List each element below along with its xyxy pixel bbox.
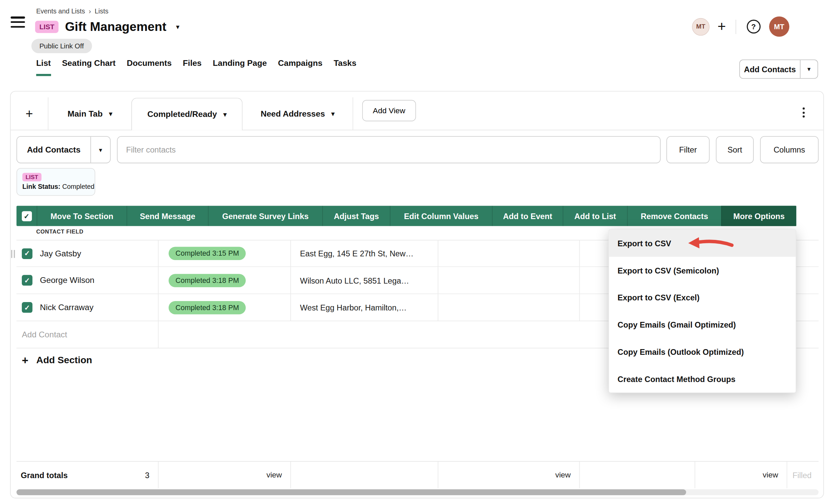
drag-handle-icon[interactable] bbox=[11, 250, 15, 258]
empty-cell[interactable] bbox=[438, 267, 579, 294]
title-chevron-down-icon[interactable]: ▾ bbox=[176, 23, 179, 31]
edit-column-values-button[interactable]: Edit Column Values bbox=[390, 206, 492, 226]
generate-survey-links-button[interactable]: Generate Survey Links bbox=[208, 206, 322, 226]
team-avatar[interactable]: MT bbox=[692, 18, 709, 35]
row-checkbox[interactable]: ✓ bbox=[22, 302, 32, 313]
nav-tab-files[interactable]: Files bbox=[183, 59, 202, 76]
nav-tab-list[interactable]: List bbox=[36, 59, 51, 76]
status-pill: Completed 3:18 PM bbox=[169, 301, 246, 314]
new-view-plus-button[interactable]: + bbox=[11, 97, 48, 130]
menu-item-export-csv[interactable]: Export to CSV bbox=[609, 230, 796, 257]
address-text: East Egg, 145 E 27th St, New… bbox=[300, 249, 414, 258]
select-all-checkbox[interactable]: ✓ bbox=[17, 206, 37, 226]
checkmark-icon: ✓ bbox=[24, 276, 30, 284]
add-to-list-button[interactable]: Add to List bbox=[563, 206, 627, 226]
add-contacts-button[interactable]: Add Contacts bbox=[17, 137, 90, 163]
contact-name[interactable]: Jay Gatsby bbox=[40, 249, 81, 258]
move-to-section-button[interactable]: Move To Section bbox=[37, 206, 127, 226]
empty-cell bbox=[579, 462, 695, 488]
chevron-down-icon: ▾ bbox=[109, 110, 112, 117]
checkmark-icon: ✓ bbox=[24, 303, 30, 311]
chevron-down-icon: ▾ bbox=[223, 111, 227, 118]
view-link[interactable]: view bbox=[266, 471, 282, 479]
view-tab-label: Completed/Ready bbox=[147, 110, 217, 119]
list-type-badge: LIST bbox=[22, 173, 41, 181]
help-icon[interactable]: ? bbox=[747, 20, 761, 34]
adjust-tags-button[interactable]: Adjust Tags bbox=[322, 206, 390, 226]
nav-tab-seating-chart[interactable]: Seating Chart bbox=[62, 59, 116, 76]
more-options-menu: Export to CSV Export to CSV (Semicolon) … bbox=[609, 229, 796, 393]
menu-item-export-csv-semicolon[interactable]: Export to CSV (Semicolon) bbox=[609, 257, 796, 284]
view-link[interactable]: view bbox=[763, 471, 778, 479]
view-tab-completed-ready[interactable]: Completed/Ready ▾ bbox=[131, 98, 243, 130]
toolbar: Add Contacts ▾ Filter Sort Columns bbox=[17, 136, 818, 163]
app-root: Events and Lists › Lists LIST Gift Manag… bbox=[0, 0, 834, 504]
menu-item-copy-emails-gmail[interactable]: Copy Emails (Gmail Optimized) bbox=[609, 311, 796, 338]
add-to-event-button[interactable]: Add to Event bbox=[492, 206, 563, 226]
row-checkbox[interactable]: ✓ bbox=[22, 275, 32, 286]
link-status-chip[interactable]: LIST Link Status: Completed bbox=[17, 168, 95, 196]
address-text: Wilson Auto LLC, 5851 Lega… bbox=[300, 276, 409, 285]
list-panel: + Main Tab ▾ Completed/Ready ▾ Need Addr… bbox=[10, 91, 824, 499]
more-options-button[interactable]: More Options bbox=[721, 206, 796, 226]
empty-cell[interactable] bbox=[438, 240, 579, 266]
checkmark-icon: ✓ bbox=[24, 249, 30, 257]
address-text: West Egg Harbor, Hamilton,… bbox=[300, 303, 407, 312]
bulk-action-bar: ✓ Move To Section Send Message Generate … bbox=[17, 206, 796, 226]
breadcrumb-lists[interactable]: Lists bbox=[95, 7, 109, 15]
filled-label: Filled bbox=[793, 470, 812, 480]
add-contacts-chevron-down-icon[interactable]: ▾ bbox=[800, 60, 817, 78]
view-tab-main-tab[interactable]: Main Tab ▾ bbox=[48, 97, 131, 130]
filter-button[interactable]: Filter bbox=[666, 136, 709, 163]
menu-item-create-contact-method-groups[interactable]: Create Contact Method Groups bbox=[609, 365, 796, 392]
menu-item-export-csv-excel[interactable]: Export to CSV (Excel) bbox=[609, 284, 796, 311]
breadcrumb: Events and Lists › Lists bbox=[36, 7, 109, 15]
remove-contacts-button[interactable]: Remove Contacts bbox=[627, 206, 721, 226]
horizontal-scrollbar[interactable] bbox=[17, 489, 818, 495]
scrollbar-thumb[interactable] bbox=[17, 489, 686, 495]
kebab-menu-icon[interactable] bbox=[800, 105, 807, 119]
status-pill: Completed 3:18 PM bbox=[169, 273, 246, 287]
contact-name[interactable]: Nick Carraway bbox=[40, 303, 94, 312]
nav-tab-tasks[interactable]: Tasks bbox=[334, 59, 356, 76]
list-type-badge: LIST bbox=[35, 21, 59, 33]
sort-button[interactable]: Sort bbox=[716, 136, 754, 163]
columns-button[interactable]: Columns bbox=[760, 136, 818, 163]
send-message-button[interactable]: Send Message bbox=[127, 206, 208, 226]
menu-item-copy-emails-outlook[interactable]: Copy Emails (Outlook Optimized) bbox=[609, 338, 796, 366]
add-contacts-chevron-down-icon[interactable]: ▾ bbox=[90, 137, 110, 163]
plus-icon: + bbox=[22, 355, 28, 366]
public-link-status-pill[interactable]: Public Link Off bbox=[31, 39, 92, 53]
view-tab-label: Need Addresses bbox=[261, 109, 325, 118]
empty-cell bbox=[290, 462, 438, 488]
hamburger-menu-icon[interactable] bbox=[11, 17, 25, 27]
nav-tab-landing-page[interactable]: Landing Page bbox=[213, 59, 267, 76]
add-contact-placeholder[interactable]: Add Contact bbox=[22, 330, 67, 339]
contact-name[interactable]: George Wilson bbox=[40, 276, 94, 285]
grand-totals-row: Grand totals 3 view view view Filled bbox=[17, 461, 818, 488]
add-contacts-split-button: Add Contacts ▾ bbox=[17, 136, 111, 163]
filter-contacts-input[interactable] bbox=[117, 136, 661, 163]
add-contacts-button[interactable]: Add Contacts bbox=[740, 60, 800, 78]
add-contacts-split-button: Add Contacts ▾ bbox=[739, 60, 818, 79]
add-section-button[interactable]: + Add Section bbox=[17, 351, 97, 369]
user-avatar[interactable]: MT bbox=[769, 17, 789, 37]
empty-cell[interactable] bbox=[438, 294, 579, 321]
view-link[interactable]: view bbox=[555, 471, 571, 479]
row-checkbox[interactable]: ✓ bbox=[22, 248, 32, 259]
header-divider bbox=[736, 20, 736, 34]
link-status-label: Link Status: bbox=[22, 183, 60, 191]
view-tab-need-addresses[interactable]: Need Addresses ▾ bbox=[243, 97, 353, 130]
view-tabs-strip: + Main Tab ▾ Completed/Ready ▾ Need Addr… bbox=[11, 91, 824, 130]
breadcrumb-events-and-lists[interactable]: Events and Lists bbox=[36, 7, 85, 15]
page-title: Gift Management bbox=[65, 20, 166, 34]
chevron-down-icon: ▾ bbox=[331, 110, 335, 117]
add-section-label: Add Section bbox=[36, 355, 92, 366]
header-icons: MT + ? MT bbox=[692, 17, 789, 37]
primary-nav: List Seating Chart Documents Files Landi… bbox=[36, 59, 356, 76]
nav-tab-documents[interactable]: Documents bbox=[127, 59, 172, 76]
nav-tab-campaigns[interactable]: Campaigns bbox=[278, 59, 322, 76]
add-icon[interactable]: + bbox=[718, 20, 726, 34]
add-view-button[interactable]: Add View bbox=[362, 100, 416, 121]
grand-totals-count: 3 bbox=[145, 470, 150, 480]
